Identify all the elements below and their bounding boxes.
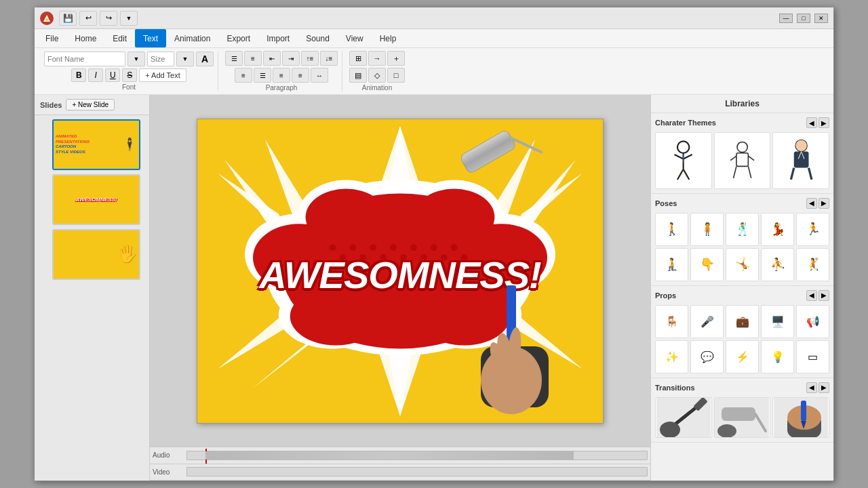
poses-next-btn[interactable]: ▶ — [818, 198, 829, 209]
poses-prev-btn[interactable]: ◀ — [806, 198, 817, 209]
font-section: ▼ ▼ A B I U S + Add Text Font — [40, 52, 218, 91]
slide-thumb-3[interactable]: 🖐️ — [52, 229, 140, 280]
audio-label: Audio — [153, 451, 186, 459]
prop-mic[interactable]: 🎤 — [690, 305, 724, 338]
audio-bar[interactable] — [186, 451, 648, 460]
align-right-btn[interactable]: ≡ — [273, 68, 290, 83]
pose-6[interactable]: 🧎 — [655, 248, 688, 281]
add-text-button[interactable]: + Add Text — [139, 68, 186, 82]
transition-2[interactable] — [714, 397, 771, 438]
char-theme-2[interactable] — [714, 132, 771, 189]
new-slide-button[interactable]: + New Slide — [66, 99, 115, 110]
anim-plus-btn[interactable]: ＋ — [387, 51, 405, 66]
increase-indent-btn[interactable]: ⇥ — [282, 51, 300, 66]
anim-arrow-btn[interactable]: → — [368, 51, 386, 66]
character-themes-title: Charater Themes — [655, 119, 716, 127]
pose-2[interactable]: 🧍 — [690, 213, 724, 246]
props-nav: ◀ ▶ — [806, 290, 829, 301]
bullet-list-btn[interactable]: ☰ — [225, 51, 243, 66]
decrease-indent-btn[interactable]: ⇤ — [263, 51, 281, 66]
minimize-btn[interactable]: — — [779, 14, 793, 23]
svg-point-32 — [349, 244, 356, 251]
prop-lightning[interactable]: ⚡ — [726, 340, 759, 373]
menu-export[interactable]: Export — [218, 29, 258, 47]
menu-sound[interactable]: Sound — [298, 29, 338, 47]
menu-edit[interactable]: Edit — [104, 29, 135, 47]
menu-help[interactable]: Help — [372, 29, 405, 47]
pose-1[interactable]: 🚶 — [655, 213, 688, 246]
pose-3[interactable]: 🕺 — [726, 213, 759, 246]
bold-btn[interactable]: B — [71, 68, 86, 82]
video-bar[interactable] — [186, 467, 648, 476]
undo-btn[interactable]: ↩ — [79, 11, 97, 26]
props-prev-btn[interactable]: ◀ — [806, 290, 817, 301]
prop-speaker[interactable]: 📢 — [796, 305, 829, 338]
prop-briefcase[interactable]: 💼 — [726, 305, 759, 338]
transition-1[interactable] — [655, 397, 712, 438]
character-themes-nav: ◀ ▶ — [806, 117, 829, 128]
anim-grid-btn[interactable]: ⊞ — [349, 51, 367, 66]
close-btn[interactable]: ✕ — [814, 14, 828, 23]
prop-burst[interactable]: ✨ — [655, 340, 688, 373]
menu-home[interactable]: Home — [66, 29, 104, 47]
menu-file[interactable]: File — [37, 29, 66, 47]
pose-8[interactable]: 🤸 — [726, 248, 759, 281]
font-name-input[interactable] — [44, 52, 125, 66]
prop-bulb[interactable]: 💡 — [761, 340, 794, 373]
text-direction-btn[interactable]: ↔ — [311, 68, 328, 83]
justify-btn[interactable]: ≡ — [292, 68, 309, 83]
props-title: Props — [655, 291, 676, 300]
italic-btn[interactable]: I — [88, 68, 103, 82]
menu-text[interactable]: Text — [135, 29, 166, 47]
prop-chair[interactable]: 🪑 — [655, 305, 688, 338]
font-size-dropdown[interactable]: ▼ — [176, 52, 194, 66]
char-theme-1[interactable] — [655, 132, 712, 189]
anim-exit-btn[interactable]: □ — [387, 68, 405, 83]
anim-emphasis-btn[interactable]: ◇ — [368, 68, 386, 83]
save-btn[interactable]: 💾 — [59, 11, 77, 26]
align-center-btn[interactable]: ☰ — [254, 68, 271, 83]
slide-thumb-2[interactable]: AWESOMNESS! — [52, 174, 140, 225]
svg-point-81 — [795, 140, 806, 151]
font-name-dropdown[interactable]: ▼ — [127, 52, 145, 66]
transitions-nav: ◀ ▶ — [806, 382, 829, 393]
char-prev-btn[interactable]: ◀ — [806, 117, 817, 128]
canvas-area[interactable]: AWESOMNESS! — [150, 95, 650, 447]
menu-animation[interactable]: Animation — [166, 29, 218, 47]
poses-header: Poses ◀ ▶ — [655, 198, 829, 209]
slides-header: Slides + New Slide — [35, 95, 149, 115]
redo-btn[interactable]: ↪ — [100, 11, 117, 26]
pose-5[interactable]: 🏃 — [796, 213, 829, 246]
strikethrough-btn[interactable]: S — [122, 68, 137, 82]
maximize-btn[interactable]: □ — [797, 14, 810, 23]
main-window: 💾 ↩ ↪ ▼ — □ ✕ File Home Edit Text Animat… — [34, 7, 834, 481]
prop-screen[interactable]: 🖥️ — [761, 305, 794, 338]
prop-speech[interactable]: 💬 — [690, 340, 724, 373]
menu-view[interactable]: View — [338, 29, 372, 47]
slide-canvas[interactable]: AWESOMNESS! — [197, 119, 604, 424]
pose-7[interactable]: 👇 — [690, 248, 724, 281]
pose-4[interactable]: 💃 — [761, 213, 794, 246]
numbered-list-btn[interactable]: ≡ — [244, 51, 262, 66]
char-next-btn[interactable]: ▶ — [818, 117, 829, 128]
decrease-list-btn[interactable]: ↑≡ — [301, 51, 319, 66]
customize-btn[interactable]: ▼ — [120, 11, 138, 26]
pose-10[interactable]: 🤾 — [796, 248, 829, 281]
anim-enter-btn[interactable]: ▤ — [349, 68, 367, 83]
transitions-next-btn[interactable]: ▶ — [818, 382, 829, 393]
transition-3[interactable] — [772, 397, 829, 438]
align-left-btn[interactable]: ≡ — [235, 68, 252, 83]
prop-rect[interactable]: ▭ — [796, 340, 829, 373]
props-next-btn[interactable]: ▶ — [818, 290, 829, 301]
underline-btn[interactable]: U — [105, 68, 120, 82]
font-large-btn[interactable]: A — [196, 52, 214, 66]
menu-import[interactable]: Import — [258, 29, 298, 47]
titlebar: 💾 ↩ ↪ ▼ — □ ✕ — [35, 7, 833, 29]
pose-9[interactable]: ⛹️ — [761, 248, 794, 281]
increase-list-btn[interactable]: ↓≡ — [320, 51, 338, 66]
transitions-prev-btn[interactable]: ◀ — [806, 382, 817, 393]
slide-thumb-1[interactable]: ANIMATED PRESENTATIONS CARTOON STYLE VID… — [52, 119, 140, 170]
font-size-input[interactable] — [147, 52, 174, 66]
svg-rect-82 — [793, 152, 808, 168]
char-theme-3[interactable] — [772, 132, 829, 189]
